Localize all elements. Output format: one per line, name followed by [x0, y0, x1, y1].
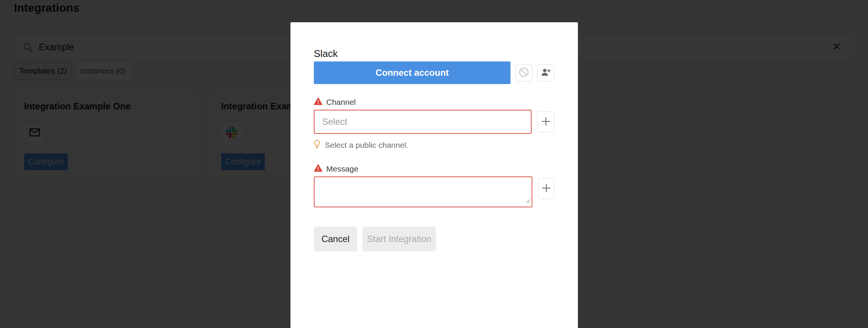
- message-field-label: Message: [314, 164, 554, 174]
- lightbulb-icon: [314, 140, 320, 150]
- dialog-actions: Cancel Start Integration: [314, 227, 554, 251]
- channel-input-row: Select: [314, 110, 554, 134]
- connect-account-button[interactable]: Connect account: [314, 61, 510, 84]
- channel-select[interactable]: Select: [314, 110, 532, 134]
- plus-icon: [541, 183, 551, 194]
- message-textarea[interactable]: [314, 176, 532, 207]
- person-add-icon: [541, 67, 551, 78]
- plus-icon: [541, 116, 551, 127]
- channel-field-label: Channel: [314, 97, 554, 107]
- hint-text: Select a public channel.: [325, 141, 408, 150]
- dialog-title: Slack: [314, 47, 554, 60]
- cancel-button[interactable]: Cancel: [314, 227, 357, 251]
- message-input-row: [314, 176, 554, 207]
- field-label-text: Channel: [326, 98, 356, 107]
- warning-icon: [314, 164, 322, 174]
- start-integration-button[interactable]: Start Integration: [362, 227, 436, 251]
- integrations-page: Integrations Templates (2) Instances (0)…: [0, 0, 868, 328]
- add-message-variable-button[interactable]: [538, 178, 554, 199]
- revoke-account-button[interactable]: [515, 64, 532, 81]
- ban-icon: [519, 67, 529, 78]
- warning-icon: [314, 97, 322, 107]
- connect-account-row: Connect account: [314, 61, 554, 84]
- field-label-text: Message: [326, 164, 358, 173]
- channel-hint: Select a public channel.: [314, 140, 554, 150]
- add-channel-variable-button[interactable]: [537, 111, 554, 132]
- slack-integration-dialog: Slack Connect account: [290, 22, 578, 328]
- message-textarea-wrap: [314, 176, 532, 207]
- add-account-button[interactable]: [537, 64, 554, 81]
